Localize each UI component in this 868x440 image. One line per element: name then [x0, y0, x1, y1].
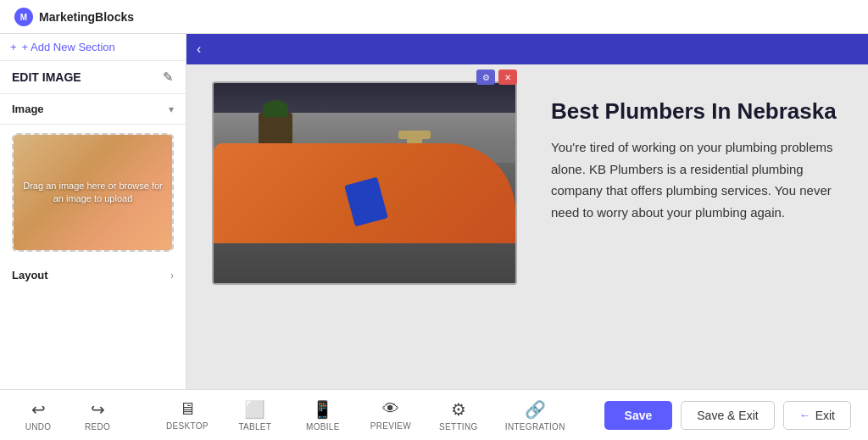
chevron-right-icon: ›	[170, 270, 174, 281]
mobile-button[interactable]: 📱 MOBILE	[302, 399, 344, 432]
tablet-label: TABLET	[238, 422, 271, 432]
layout-section-label: Layout	[12, 269, 48, 281]
logo-area: M MarketingBlocks	[14, 7, 134, 27]
bottom-toolbar: ↩ UNDO ↪ REDO 🖥 DESKTOP ⬜ TABLET 📱 MOBIL…	[0, 389, 868, 440]
widget-delete-button[interactable]: ✕	[498, 70, 517, 85]
image-section-label: Image	[12, 103, 44, 115]
add-section-label: + Add New Section	[22, 41, 115, 53]
main-area: + + Add New Section EDIT IMAGE ✎ Image ▾…	[0, 34, 868, 389]
toolbar-center: 🖥 DESKTOP ⬜ TABLET 📱 MOBILE 👁 PREVIEW ⚙ …	[144, 399, 587, 432]
toolbar-left: ↩ UNDO ↪ REDO	[17, 399, 119, 432]
image-section: Image ▾	[0, 94, 186, 125]
image-upload-area[interactable]: Drag an image here or browse for an imag…	[12, 133, 174, 252]
exit-label: Exit	[815, 409, 835, 422]
image-widget-controls: ⚙ ✕	[476, 70, 517, 85]
tablet-button[interactable]: ⬜ TABLET	[234, 399, 276, 432]
setting-button[interactable]: ⚙ SETTING	[437, 399, 480, 432]
setting-icon: ⚙	[451, 399, 466, 420]
top-nav: M MarketingBlocks	[0, 0, 868, 34]
canvas-top-bar: ‹	[186, 34, 868, 64]
widget-settings-button[interactable]: ⚙	[476, 70, 495, 85]
mobile-label: MOBILE	[306, 422, 340, 432]
plumber-image-sim	[214, 83, 515, 283]
preview-icon: 👁	[382, 399, 399, 419]
preview-label: PREVIEW	[370, 421, 411, 431]
logo-icon: M	[14, 7, 34, 27]
integration-icon: 🔗	[525, 399, 546, 420]
layout-section: Layout ›	[0, 260, 186, 290]
toolbar-right: Save Save & Exit ← Exit	[604, 401, 851, 430]
integration-button[interactable]: 🔗 INTEGRATION	[505, 399, 565, 432]
edit-image-icon-button[interactable]: ✎	[163, 70, 174, 85]
integration-label: INTEGRATION	[505, 422, 565, 432]
save-exit-button[interactable]: Save & Exit	[681, 401, 774, 430]
image-section-toggle[interactable]: Image ▾	[12, 103, 174, 115]
undo-button[interactable]: ↩ UNDO	[17, 399, 59, 432]
add-section-button[interactable]: + + Add New Section	[0, 34, 186, 61]
sidebar: + + Add New Section EDIT IMAGE ✎ Image ▾…	[0, 34, 186, 389]
exit-button[interactable]: ← Exit	[783, 401, 851, 430]
edit-image-title: EDIT IMAGE	[12, 70, 81, 84]
image-preview-overlay: Drag an image here or browse for an imag…	[14, 135, 172, 250]
text-content: Best Plumbers In Nebraska You're tired o…	[551, 81, 843, 223]
canvas-content: ⚙ ✕ Best Plumbers In N	[186, 64, 868, 389]
preview-button[interactable]: 👁 PREVIEW	[370, 399, 412, 432]
image-frame[interactable]	[212, 81, 517, 285]
mobile-icon: 📱	[312, 399, 333, 420]
content-heading: Best Plumbers In Nebraska	[551, 98, 843, 125]
undo-icon: ↩	[31, 399, 46, 420]
plant-decoration	[259, 113, 292, 147]
redo-button[interactable]: ↪ REDO	[76, 399, 119, 432]
canvas-area: ‹ ⚙ ✕	[186, 34, 868, 389]
desktop-button[interactable]: 🖥 DESKTOP	[166, 399, 209, 432]
upload-hint: Drag an image here or browse for an imag…	[14, 173, 172, 213]
redo-label: REDO	[85, 422, 110, 432]
setting-label: SETTING	[439, 422, 477, 432]
svg-text:M: M	[20, 13, 27, 22]
undo-label: UNDO	[25, 422, 52, 432]
image-widget: ⚙ ✕	[212, 81, 517, 285]
content-body: You're tired of working on your plumbing…	[551, 136, 843, 223]
tablet-icon: ⬜	[244, 399, 265, 420]
redo-icon: ↪	[91, 399, 105, 420]
exit-arrow-icon: ←	[799, 409, 810, 421]
logo-text: MarketingBlocks	[39, 10, 134, 24]
chevron-down-icon: ▾	[169, 103, 174, 115]
desktop-icon: 🖥	[179, 399, 196, 419]
edit-image-header: EDIT IMAGE ✎	[0, 61, 186, 94]
save-button[interactable]: Save	[604, 401, 673, 430]
desktop-label: DESKTOP	[166, 421, 209, 431]
plus-icon: +	[10, 41, 17, 53]
layout-section-toggle[interactable]: Layout ›	[12, 269, 174, 281]
canvas-collapse-icon[interactable]: ‹	[197, 42, 201, 57]
